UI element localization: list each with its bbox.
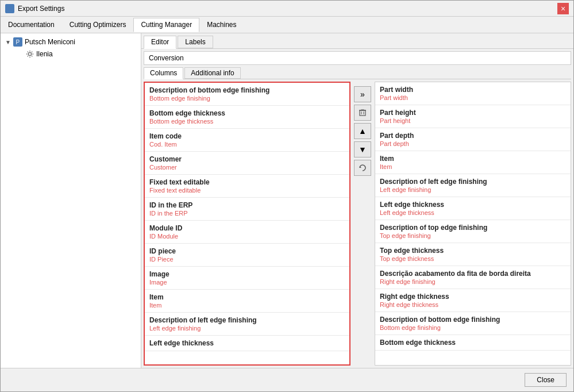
sidebar: ▼ P Putsch Meniconi Ilenia [1, 33, 141, 368]
sidebar-child-ilenia: Ilenia [3, 48, 138, 60]
tree-arrow: ▼ [5, 39, 11, 45]
sub-tabs: Editor Labels [141, 33, 573, 49]
columns-subtab-additional[interactable]: Additional info [184, 67, 240, 79]
columns-subtabs: Columns Additional info [144, 67, 571, 79]
left-list-item[interactable]: ImageImage [145, 267, 349, 290]
right-list-item[interactable]: Part widthPart width [375, 82, 571, 105]
window-icon [5, 4, 14, 13]
svg-rect-1 [360, 110, 365, 116]
menu-bar: Documentation Cutting Optimizers Cutting… [1, 17, 573, 33]
delete-button[interactable] [354, 105, 371, 121]
export-settings-window: Export Settings × Documentation Cutting … [0, 0, 574, 392]
left-list-item[interactable]: ID in the ERPID in the ERP [145, 198, 349, 221]
menu-tab-cutting-optimizers[interactable]: Cutting Optimizers [62, 18, 134, 32]
menu-tab-cutting-manager[interactable]: Cutting Manager [133, 18, 199, 32]
menu-tab-machines[interactable]: Machines [199, 18, 244, 32]
columns-subtab-columns[interactable]: Columns [144, 67, 183, 79]
left-list-item[interactable]: ID pieceID Piece [145, 244, 349, 267]
main-content: ▼ P Putsch Meniconi Ilenia Editor Labels [1, 33, 573, 368]
trash-icon [359, 109, 367, 117]
conversion-tab[interactable]: Conversion [144, 51, 571, 65]
move-down-button[interactable]: ▼ [354, 141, 371, 157]
right-list-item[interactable]: Bottom edge thickness [375, 335, 571, 351]
middle-buttons: » ▲ ▼ [353, 82, 372, 366]
right-list-item[interactable]: ItemItem [375, 151, 571, 174]
left-list-item[interactable]: CustomerCustomer [145, 152, 349, 175]
menu-tab-documentation[interactable]: Documentation [1, 18, 62, 32]
left-list-panel: Description of bottom edge finishingBott… [144, 82, 350, 366]
footer: Close [1, 368, 573, 391]
left-list-item[interactable]: Description of left edge finishingLeft e… [145, 313, 349, 336]
add-all-button[interactable]: » [354, 86, 371, 102]
right-list-item[interactable]: Part heightPart height [375, 105, 571, 128]
left-list-item[interactable]: ItemItem [145, 290, 349, 313]
window-close-button[interactable]: × [557, 3, 569, 14]
right-panel: Editor Labels Conversion Columns Additio… [141, 33, 573, 368]
sidebar-child-label: Ilenia [36, 50, 53, 58]
right-list-item[interactable]: Description of bottom edge finishingBott… [375, 312, 571, 335]
left-list-item[interactable]: Module IDID Module [145, 221, 349, 244]
right-list-item[interactable]: Left edge thicknessLeft edge thickness [375, 197, 571, 220]
gear-icon [26, 50, 34, 58]
sidebar-item-ilenia[interactable]: Ilenia [24, 48, 138, 60]
columns-panel: Columns Additional info Description of b… [141, 65, 573, 368]
svg-point-0 [28, 52, 31, 55]
right-list-container[interactable]: Part widthPart widthPart heightPart heig… [375, 82, 571, 365]
tab-editor[interactable]: Editor [144, 36, 176, 49]
move-up-button[interactable]: ▲ [354, 123, 371, 139]
left-list-item[interactable]: Left edge thickness [145, 336, 349, 351]
sidebar-parent-label: Putsch Meniconi [25, 38, 75, 46]
close-button[interactable]: Close [525, 373, 567, 387]
title-bar: Export Settings × [1, 1, 573, 17]
left-list-item[interactable]: Fixed text editableFixed text editable [145, 175, 349, 198]
putsch-meniconi-icon: P [13, 37, 22, 47]
right-list-item[interactable]: Right edge thicknessRight edge thickness [375, 289, 571, 312]
left-list-item[interactable]: Bottom edge thicknessBottom edge thickne… [145, 106, 349, 129]
sidebar-item-putsch-meniconi[interactable]: ▼ P Putsch Meniconi [3, 36, 138, 48]
right-list-item[interactable]: Description of top edge finishingTop edg… [375, 220, 571, 243]
tab-labels[interactable]: Labels [178, 36, 213, 48]
left-list-item[interactable]: Item codeCod. Item [145, 129, 349, 152]
left-list-item[interactable]: Description of bottom edge finishingBott… [145, 83, 349, 106]
right-list-item[interactable]: Description of left edge finishingLeft e… [375, 174, 571, 197]
window-title: Export Settings [18, 5, 64, 13]
right-list-item[interactable]: Top edge thicknessTop edge thickness [375, 243, 571, 266]
right-list-panel: Part widthPart widthPart heightPart heig… [375, 82, 571, 366]
refresh-icon [359, 164, 367, 172]
right-list-item[interactable]: Part depthPart depth [375, 128, 571, 151]
refresh-button[interactable] [354, 160, 371, 176]
two-column-layout: Description of bottom edge finishingBott… [144, 82, 571, 366]
right-list-item[interactable]: Descrição acabamento da fita de borda di… [375, 266, 571, 289]
left-list-container[interactable]: Description of bottom edge finishingBott… [145, 83, 349, 364]
